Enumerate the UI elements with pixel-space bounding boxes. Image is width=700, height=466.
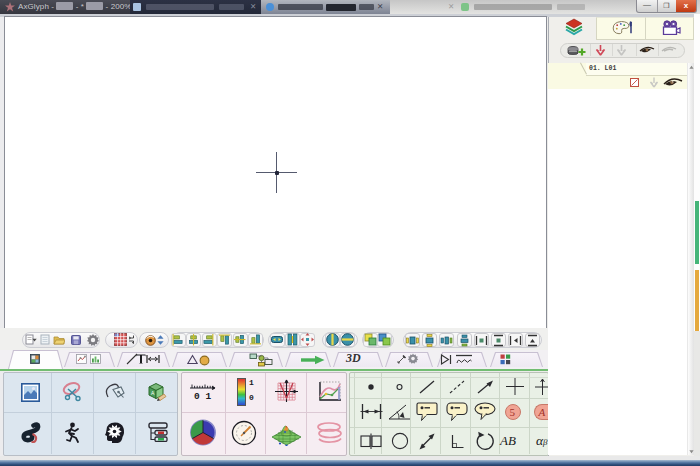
svg-text:0 1: 0 1 [194,391,211,401]
